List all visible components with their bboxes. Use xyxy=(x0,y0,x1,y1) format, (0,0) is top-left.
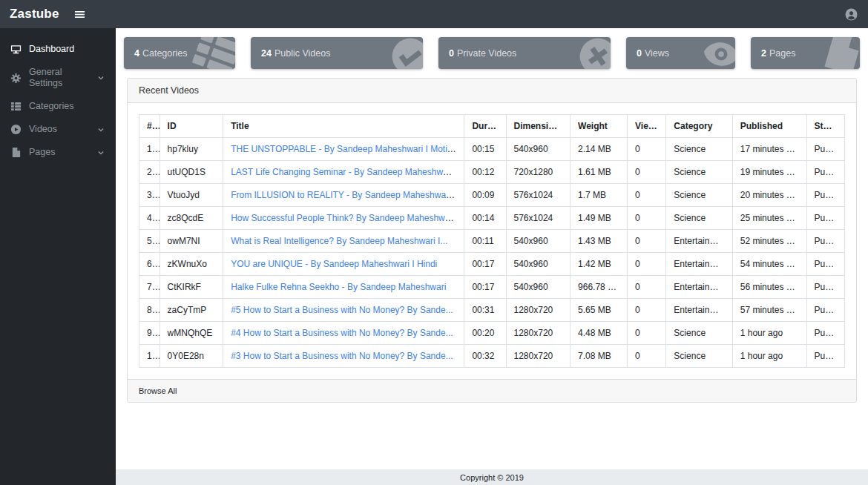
public-videos-stat-card[interactable]: 24 Public Videos xyxy=(251,37,423,69)
video-title-link[interactable]: YOU are UNIQUE - By Sandeep Maheshwari I… xyxy=(231,259,437,269)
video-title-link[interactable]: How Successful People Think? By Sandeep … xyxy=(231,213,462,223)
col-header-status: Status xyxy=(806,115,844,138)
views-cell: 0 xyxy=(628,184,666,207)
user-account-icon[interactable] xyxy=(845,8,858,21)
duration-cell: 00:14 xyxy=(464,207,506,230)
status-cell: Public xyxy=(806,276,844,299)
views-cell: 0 xyxy=(628,161,666,184)
weight-cell: 2.14 MB xyxy=(571,138,628,161)
desktop-icon xyxy=(10,44,22,55)
table-row: 5owM7NIWhat is Real Intelligence? By San… xyxy=(139,230,845,253)
video-title-cell: #3 How to Start a Business with No Money… xyxy=(223,345,464,368)
published-cell: 1 hour ago xyxy=(732,345,806,368)
topbar: Zastube xyxy=(0,0,868,28)
chevron-down-icon xyxy=(97,126,105,133)
category-cell: Entertainment xyxy=(666,253,732,276)
category-cell: Science xyxy=(666,322,732,345)
recent-videos-table: # ID Title Duration Dimensions Weight Vi… xyxy=(139,114,845,368)
browse-all-link[interactable]: Browse All xyxy=(139,386,177,395)
duration-cell: 00:20 xyxy=(464,322,506,345)
table-row: 3VtuoJydFrom ILLUSION to REALITY - By Sa… xyxy=(139,184,845,207)
table-row: 1hp7kluyTHE UNSTOPPABLE - By Sandeep Mah… xyxy=(139,138,845,161)
copyright-text: Copyright © 2019 xyxy=(460,473,524,482)
dimensions-cell: 540x960 xyxy=(506,138,571,161)
status-cell: Public xyxy=(806,345,844,368)
row-index-cell: 6 xyxy=(139,253,160,276)
hamburger-menu-icon[interactable] xyxy=(74,9,85,20)
category-cell: Science xyxy=(666,345,732,368)
video-title-cell: LAST Life Changing Seminar - By Sandeep … xyxy=(223,161,464,184)
video-title-cell: From ILLUSION to REALITY - By Sandeep Ma… xyxy=(223,184,464,207)
weight-cell: 5.65 MB xyxy=(571,299,628,322)
private-videos-stat-card[interactable]: 0 Private Videos xyxy=(438,37,611,69)
published-cell: 57 minutes ago xyxy=(732,299,806,322)
video-id-cell: CtKIRkF xyxy=(160,276,223,299)
col-header-category: Category xyxy=(666,115,732,138)
status-cell: Public xyxy=(806,184,844,207)
sidebar-item-label: Pages xyxy=(29,147,55,158)
video-title-link[interactable]: What is Real Intelligence? By Sandeep Ma… xyxy=(231,236,447,246)
recent-videos-panel: Recent Videos # ID Title Duration Dimens… xyxy=(127,78,857,403)
dimensions-cell: 1280x720 xyxy=(506,299,571,322)
views-stat-card[interactable]: 0 Views xyxy=(626,37,735,69)
dimensions-cell: 576x1024 xyxy=(506,184,571,207)
status-cell: Public xyxy=(806,207,844,230)
file-icon xyxy=(10,147,22,158)
sidebar-item-general-settings[interactable]: General Settings xyxy=(0,61,116,95)
panel-footer: Browse All xyxy=(128,379,856,402)
list-icon xyxy=(10,101,22,112)
status-cell: Public xyxy=(806,138,844,161)
video-title-link[interactable]: Halke Fulke Rehna Seekho - By Sandeep Ma… xyxy=(231,282,446,292)
table-row: 100Y0E28n#3 How to Start a Business with… xyxy=(139,345,845,368)
panel-title: Recent Videos xyxy=(128,79,856,103)
video-title-link[interactable]: #4 How to Start a Business with No Money… xyxy=(231,328,453,338)
weight-cell: 1.61 MB xyxy=(571,161,628,184)
stat-value: 4 xyxy=(134,48,139,59)
weight-cell: 1.7 MB xyxy=(571,184,628,207)
check-circle-icon xyxy=(388,37,423,69)
video-id-cell: hp7kluy xyxy=(160,138,223,161)
brand-logo[interactable]: Zastube xyxy=(0,7,59,22)
video-title-cell: YOU are UNIQUE - By Sandeep Maheshwari I… xyxy=(223,253,464,276)
video-title-link[interactable]: THE UNSTOPPABLE - By Sandeep Maheshwari … xyxy=(231,144,464,154)
weight-cell: 1.49 MB xyxy=(571,207,628,230)
views-cell: 0 xyxy=(628,299,666,322)
sidebar-item-pages[interactable]: Pages xyxy=(0,141,116,164)
video-title-link[interactable]: #3 How to Start a Business with No Money… xyxy=(231,351,453,361)
video-title-cell: How Successful People Think? By Sandeep … xyxy=(223,207,464,230)
status-cell: Public xyxy=(806,230,844,253)
video-id-cell: owM7NI xyxy=(160,230,223,253)
video-title-link[interactable]: #5 How to Start a Business with No Money… xyxy=(231,305,453,315)
categories-stat-card[interactable]: 4 Categories xyxy=(124,37,235,69)
published-cell: 52 minutes ago xyxy=(732,230,806,253)
video-title-cell: Halke Fulke Rehna Seekho - By Sandeep Ma… xyxy=(223,276,464,299)
video-id-cell: VtuoJyd xyxy=(160,184,223,207)
row-index-cell: 10 xyxy=(139,345,160,368)
published-cell: 20 minutes ago xyxy=(732,184,806,207)
th-list-icon xyxy=(187,37,235,69)
pages-stat-card[interactable]: 2 Pages xyxy=(751,37,860,69)
sidebar-item-dashboard[interactable]: Dashboard xyxy=(0,38,116,61)
weight-cell: 1.42 MB xyxy=(571,253,628,276)
sidebar-item-categories[interactable]: Categories xyxy=(0,95,116,118)
video-title-link[interactable]: From ILLUSION to REALITY - By Sandeep Ma… xyxy=(231,190,463,200)
status-cell: Public xyxy=(806,253,844,276)
views-cell: 0 xyxy=(628,138,666,161)
col-header-duration: Duration xyxy=(464,115,506,138)
dimensions-cell: 540x960 xyxy=(506,230,571,253)
category-cell: Entertainment xyxy=(666,299,732,322)
status-cell: Public xyxy=(806,299,844,322)
weight-cell: 966.78 KB xyxy=(571,276,628,299)
video-id-cell: zKWnuXo xyxy=(160,253,223,276)
video-id-cell: zc8QcdE xyxy=(160,207,223,230)
col-header-index: # xyxy=(139,115,160,138)
video-id-cell: wMNQhQE xyxy=(160,322,223,345)
status-cell: Public xyxy=(806,161,844,184)
play-circle-icon xyxy=(10,124,22,135)
file-icon xyxy=(816,37,860,69)
sidebar-item-videos[interactable]: Videos xyxy=(0,118,116,141)
dimensions-cell: 540x960 xyxy=(506,276,571,299)
category-cell: Science xyxy=(666,184,732,207)
stat-label: Views xyxy=(645,48,669,59)
video-title-link[interactable]: LAST Life Changing Seminar - By Sandeep … xyxy=(231,167,460,177)
